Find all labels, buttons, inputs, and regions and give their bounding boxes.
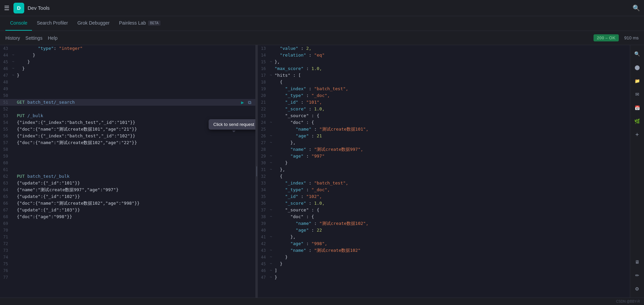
- line-content: {"doc":{"age":"998"}}: [17, 213, 253, 220]
- line-number: 59: [0, 153, 12, 160]
- output-line-content: "name" : "测试create数据101",: [275, 126, 627, 133]
- help-button[interactable]: Help: [48, 35, 58, 41]
- editor-line-49: 49: [0, 86, 255, 92]
- tab-search-profiler[interactable]: Search Profiler: [32, 16, 73, 31]
- tab-grok-debugger[interactable]: Grok Debugger: [73, 16, 114, 31]
- right-sidebar: 🔍 ⬤ 📁 ✉ 📅 🌿 + 🖥 ✏ ⚙: [630, 45, 644, 298]
- output-line-18: 18 {: [258, 79, 630, 86]
- line-arrow: ~: [12, 65, 17, 72]
- line-number: 52: [0, 106, 12, 112]
- sidebar-icon-mail[interactable]: ✉: [631, 88, 643, 100]
- output-line-arrow: ~: [270, 267, 275, 274]
- add-plugin-button[interactable]: +: [631, 129, 643, 141]
- app-icon: D: [13, 3, 24, 13]
- editor-line-57: 57{"doc":{"name":"测试create数据102","age":"…: [0, 139, 255, 146]
- output-line-arrow: ~: [270, 133, 275, 139]
- output-line-28: 28 "name" : "测试create数据997",: [258, 146, 630, 153]
- output-line-arrow: ~: [270, 139, 275, 146]
- output-line-content: "_score" : 1.0,: [275, 106, 627, 112]
- editor-line-65: 65{"update":{"_id":"102"}}: [0, 193, 255, 200]
- search-icon[interactable]: 🔍: [633, 4, 640, 12]
- editor-line-50: 50: [0, 92, 255, 99]
- line-content: PUT /_bulk: [17, 112, 253, 119]
- divider-handle: [256, 166, 257, 176]
- output-line-number: 47: [258, 274, 270, 281]
- output-line-number: 40: [258, 227, 270, 234]
- output-line-content: "name" : "测试create数据102",: [275, 220, 627, 227]
- output-line-arrow: ~: [270, 166, 275, 173]
- output-line-number: 23: [258, 112, 270, 119]
- output-line-content: ]: [275, 267, 627, 274]
- output-line-number: 14: [258, 52, 270, 59]
- line-number: 57: [0, 139, 12, 146]
- output-line-content: "_index" : "batch_test",: [275, 86, 627, 92]
- output-line-content: "_source" : {: [275, 207, 627, 213]
- output-line-21: 21 "_id" : "101",: [258, 99, 630, 106]
- output-line-number: 46: [258, 267, 270, 274]
- history-button[interactable]: History: [5, 35, 20, 41]
- editor-line-60: 60: [0, 160, 255, 166]
- time-badge: 910 ms: [624, 35, 639, 40]
- output-line-arrow: ~: [270, 160, 275, 166]
- output-line-number: 13: [258, 45, 270, 52]
- output-line-20: 20 "_type" : "_doc",: [258, 92, 630, 99]
- line-number: 75: [0, 261, 12, 267]
- output-line-content: "name" : "测试create数据997",: [275, 146, 627, 153]
- send-request-tooltip: Click to send request: [209, 119, 256, 130]
- editor-line-52: 52: [0, 106, 255, 112]
- output-line-content: "_id" : "101",: [275, 99, 627, 106]
- sidebar-icon-calendar[interactable]: 📅: [631, 102, 643, 114]
- output-line-content: "age" : 21: [275, 133, 627, 139]
- line-number: 49: [0, 86, 12, 92]
- output-editor[interactable]: 13 "value" : 2,14 "relation" : "eq"15~},…: [258, 45, 630, 298]
- sidebar-icon-circle[interactable]: ⬤: [631, 61, 643, 73]
- output-line-content: "_id" : "102",: [275, 193, 627, 200]
- output-line-content: "doc" : {: [275, 119, 627, 126]
- line-content: GET batch_test/_search: [17, 99, 240, 106]
- line-actions: ▶⧉: [240, 98, 253, 106]
- hamburger-button[interactable]: ☰: [4, 4, 9, 12]
- editor-line-71: 71: [0, 234, 255, 240]
- tab-console[interactable]: Console: [5, 16, 32, 31]
- editor-line-73: 73: [0, 247, 255, 254]
- tab-painless-lab[interactable]: Painless Lab BETA: [114, 16, 166, 31]
- output-line-content: },: [275, 59, 627, 65]
- line-content: }: [17, 65, 253, 72]
- line-number: 72: [0, 240, 12, 247]
- run-button[interactable]: ▶: [240, 98, 245, 106]
- bottom-bar: CSDN @BBY-R: [0, 298, 644, 305]
- line-number: 76: [0, 267, 12, 274]
- output-line-content: },: [275, 139, 627, 146]
- copy-button[interactable]: ⧉: [247, 98, 253, 106]
- line-content: }: [17, 59, 253, 65]
- sidebar-icon-display[interactable]: 🖥: [631, 256, 643, 268]
- output-line-47: 47~}: [258, 274, 630, 281]
- line-number: 46: [0, 65, 12, 72]
- sidebar-icon-leaf[interactable]: 🌿: [631, 115, 643, 127]
- editor-line-62: 62PUT batch_test/_bulk: [0, 173, 255, 180]
- output-panel: 13 "value" : 2,14 "relation" : "eq"15~},…: [258, 45, 630, 298]
- output-line-number: 27: [258, 139, 270, 146]
- line-arrow: ~: [12, 72, 17, 79]
- output-line-arrow: ~: [270, 234, 275, 240]
- output-line-17: 17~"hits" : [: [258, 72, 630, 79]
- sidebar-icon-box[interactable]: 📁: [631, 75, 643, 87]
- line-number: 70: [0, 227, 12, 234]
- settings-button[interactable]: Settings: [26, 35, 43, 41]
- output-line-32: 32 {: [258, 173, 630, 180]
- code-editor[interactable]: 43 "type": "integer"44~ }45~ }46~ }47~}4…: [0, 45, 255, 298]
- sidebar-icon-search[interactable]: 🔍: [631, 48, 643, 60]
- line-content: {"doc":{"name":"测试create数据102","age":"22…: [17, 139, 253, 146]
- output-line-content: {: [275, 173, 627, 180]
- output-line-number: 30: [258, 160, 270, 166]
- output-line-content: "doc" : {: [275, 213, 627, 220]
- editor-line-45: 45~ }: [0, 59, 255, 65]
- output-line-content: "max_score" : 1.0,: [275, 65, 627, 72]
- line-number: 73: [0, 247, 12, 254]
- editor-line-44: 44~ }: [0, 52, 255, 59]
- sidebar-icon-settings[interactable]: ⚙: [631, 283, 643, 295]
- editor-line-43: 43 "type": "integer": [0, 45, 255, 52]
- sidebar-icon-edit[interactable]: ✏: [631, 269, 643, 281]
- output-line-content: "age" : "998",: [275, 240, 627, 247]
- line-number: 44: [0, 52, 12, 59]
